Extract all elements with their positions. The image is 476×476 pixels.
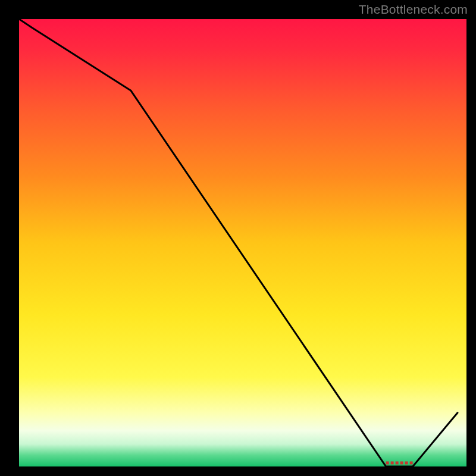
- chart-frame: TheBottleneck.com: [0, 0, 476, 476]
- chart-background: [19, 19, 466, 466]
- chart-svg: [19, 19, 466, 466]
- watermark-text: TheBottleneck.com: [359, 2, 468, 17]
- plot-area: [19, 19, 466, 466]
